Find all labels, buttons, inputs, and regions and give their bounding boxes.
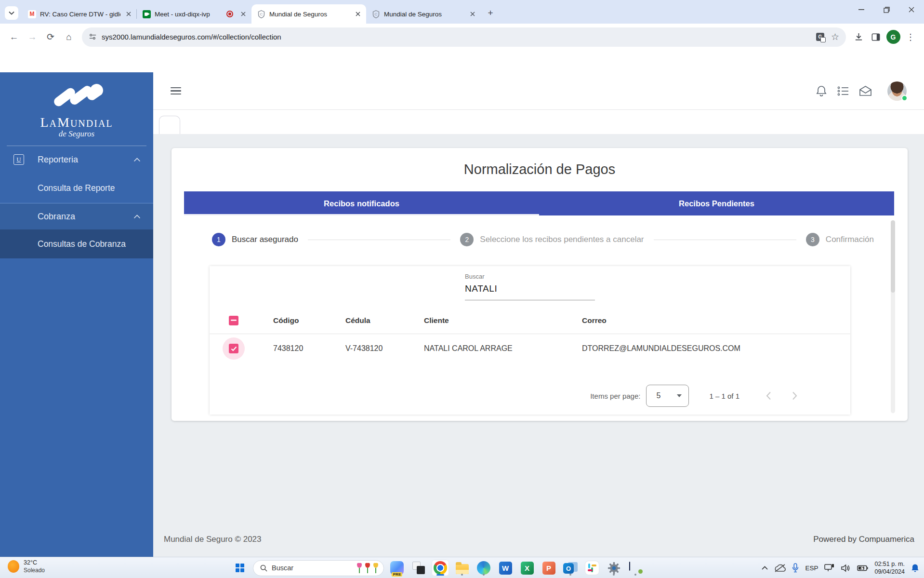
tab-close-icon[interactable]: [239, 10, 248, 18]
taskbar-search[interactable]: Buscar: [253, 560, 384, 576]
downloads-icon[interactable]: [850, 28, 867, 46]
close-window-button[interactable]: [899, 0, 924, 19]
notifications-bell-icon[interactable]: [816, 85, 827, 97]
powerpoint-icon: P: [542, 562, 555, 575]
volume-icon[interactable]: [841, 564, 851, 572]
hamburger-menu-icon[interactable]: [171, 87, 181, 95]
minimize-button[interactable]: [849, 0, 874, 19]
cell-cliente: NATALI CAROL ARRAGE: [424, 344, 582, 353]
tab-title: RV: Caso Cierre DTW - gidler@g: [40, 11, 120, 18]
footer-powered-by: Powered by Compuamerica: [813, 535, 914, 544]
card-scrollbar[interactable]: [891, 220, 895, 413]
settings-gear-icon: [607, 562, 620, 575]
tab-recibos-notificados[interactable]: Recibos notificados: [184, 191, 539, 215]
brand-subtitle: de Seguros: [59, 129, 94, 139]
previous-page-icon[interactable]: [763, 390, 774, 402]
user-avatar[interactable]: [887, 81, 907, 101]
page-title: Normalización de Pagos: [172, 161, 908, 177]
taskbar-powerpoint-button[interactable]: P: [540, 560, 557, 576]
tab-close-icon[interactable]: [354, 10, 362, 18]
clock-widget[interactable]: 02:51 p. m. 09/04/2024: [874, 560, 905, 576]
sidebar-item-consultas-de-cobranza[interactable]: Consultas de Cobranza: [0, 229, 153, 258]
forward-button[interactable]: →: [23, 28, 41, 46]
bookmark-star-icon[interactable]: ☆: [831, 31, 839, 42]
task-list-icon[interactable]: [837, 85, 849, 97]
next-page-icon[interactable]: [789, 390, 800, 402]
browser-menu-icon[interactable]: ⋮: [902, 28, 919, 46]
step-seleccione-recibos[interactable]: 2 Seleccione los recibos pendientes a ca…: [460, 233, 644, 246]
taskbar-outlook-button[interactable]: O: [562, 560, 579, 576]
reload-button[interactable]: ⟳: [41, 28, 60, 46]
taskbar-chrome-button[interactable]: [432, 560, 449, 576]
start-button[interactable]: [231, 560, 249, 576]
step-confirmacion[interactable]: 3 Confirmación: [806, 233, 874, 246]
taskbar-word-button[interactable]: W: [497, 560, 514, 576]
restore-button[interactable]: [874, 0, 899, 19]
battery-icon[interactable]: [857, 565, 868, 571]
new-tab-button[interactable]: +: [484, 6, 497, 20]
step-buscar-asegurado[interactable]: 1 Buscar asegurado: [212, 233, 298, 246]
network-icon[interactable]: [824, 564, 835, 572]
search-input[interactable]: NATALI: [465, 283, 595, 300]
browser-tab-strip: M RV: Caso Cierre DTW - gidler@g Meet - …: [0, 0, 924, 24]
language-indicator[interactable]: ESP: [805, 565, 818, 572]
copilot-button[interactable]: PRE: [388, 560, 406, 576]
chevron-up-icon: [133, 215, 141, 219]
microphone-icon[interactable]: [792, 563, 799, 573]
back-button[interactable]: ←: [5, 28, 23, 46]
page-range-label: 1 – 1 of 1: [709, 392, 739, 400]
search-highlight-tulips-icon[interactable]: [356, 562, 381, 574]
taskbar-file-explorer-button[interactable]: [453, 560, 471, 576]
chevron-up-icon: [133, 158, 141, 162]
online-status-dot: [901, 95, 908, 101]
row-checkbox[interactable]: [229, 344, 238, 353]
sidebar-item-reporteria[interactable]: U Reporteria: [0, 146, 153, 173]
cell-codigo: 7438120: [273, 344, 345, 353]
copilot-icon: PRE: [390, 561, 404, 575]
browser-tab-mundial-active[interactable]: C Mundial de Seguros: [251, 4, 366, 24]
tab-close-icon[interactable]: [124, 10, 133, 18]
onedrive-icon[interactable]: [774, 564, 786, 572]
search-icon: [260, 565, 267, 572]
url-text[interactable]: sys2000.lamundialdeseguros.com/#/collect…: [102, 33, 816, 41]
tab-recibos-pendientes[interactable]: Recibos Pendientes: [539, 191, 894, 215]
tab-title: Mundial de Seguros: [384, 11, 464, 18]
taskbar-edge-button[interactable]: [475, 560, 492, 576]
browser-tab-gmail[interactable]: M RV: Caso Cierre DTW - gidler@g: [22, 4, 137, 24]
tray-expand-icon[interactable]: [762, 566, 768, 570]
weather-widget[interactable]: 32°C Soleado: [8, 559, 45, 574]
taskbar-search-text: Buscar: [272, 564, 351, 572]
task-view-button[interactable]: [410, 560, 427, 576]
task-view-icon: [412, 562, 425, 574]
taskbar-remote-desktop-button[interactable]: [627, 560, 644, 576]
sidebar-item-cobranza[interactable]: Cobranza: [0, 203, 153, 229]
tab-close-icon[interactable]: [468, 10, 477, 18]
sidebar-item-consulta-de-reporte[interactable]: Consulta de Reporte: [0, 173, 153, 203]
translate-icon[interactable]: G: [816, 33, 824, 41]
select-all-checkbox[interactable]: [229, 316, 238, 325]
side-panel-icon[interactable]: [867, 28, 884, 46]
recibos-tab-bar: Recibos notificados Recibos Pendientes: [184, 191, 894, 215]
tab-search-button[interactable]: [5, 6, 18, 20]
site-info-icon[interactable]: [89, 33, 97, 41]
browser-tab-meet[interactable]: Meet - uxd-diqx-ivp: [137, 4, 251, 24]
scrollbar-thumb[interactable]: [891, 220, 895, 293]
sidebar-item-label: Consultas de Cobranza: [38, 239, 126, 249]
search-field[interactable]: Buscar NATALI: [465, 273, 595, 300]
chrome-icon: [434, 561, 447, 575]
taskbar-slack-button[interactable]: [583, 560, 601, 576]
svg-text:C: C: [375, 12, 378, 16]
table-row[interactable]: 7438120 V-7438120 NATALI CAROL ARRAGE DT…: [210, 334, 850, 363]
step-label: Buscar asegurado: [232, 235, 298, 244]
notification-bell-icon[interactable]: [911, 564, 919, 573]
taskbar-excel-button[interactable]: X: [518, 560, 536, 576]
home-button[interactable]: ⌂: [60, 28, 78, 46]
page-size-select[interactable]: 5: [646, 385, 689, 407]
reporteria-icon: U: [13, 154, 24, 165]
taskbar-settings-button[interactable]: [605, 560, 622, 576]
mail-icon[interactable]: [859, 85, 872, 97]
browser-profile-avatar[interactable]: G: [884, 28, 902, 46]
page-size-value: 5: [656, 391, 660, 400]
browser-tab-mundial-2[interactable]: C Mundial de Seguros: [366, 4, 481, 24]
address-bar[interactable]: sys2000.lamundialdeseguros.com/#/collect…: [82, 27, 846, 47]
